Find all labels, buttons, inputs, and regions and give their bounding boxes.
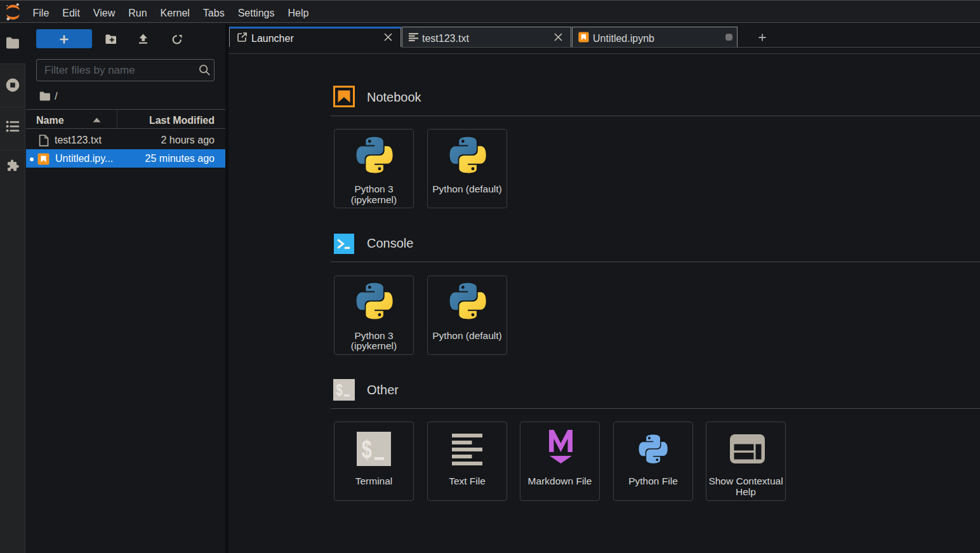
svg-text:$: $ — [362, 435, 372, 463]
svg-text:$: $ — [336, 381, 343, 399]
